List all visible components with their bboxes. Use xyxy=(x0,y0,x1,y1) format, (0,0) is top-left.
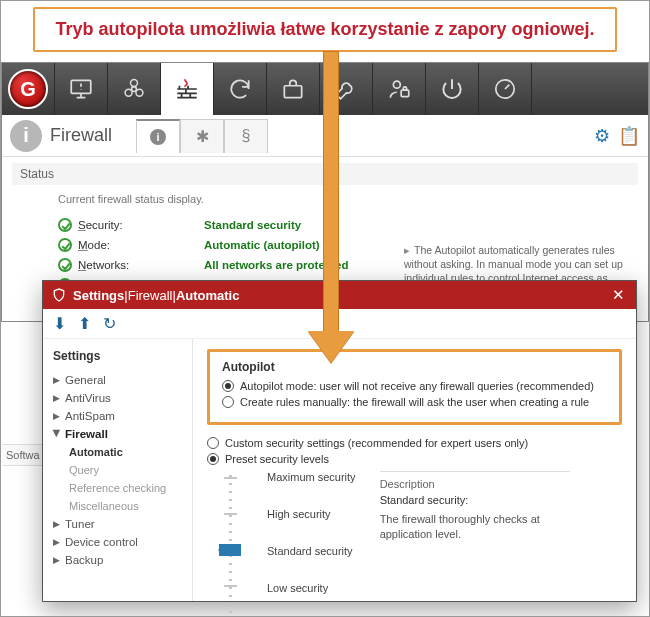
tree-item-query[interactable]: Query xyxy=(47,461,188,479)
description-body: The firewall thoroughly checks at applic… xyxy=(380,512,570,542)
status-label: Mode: xyxy=(78,239,198,251)
level-high: High security xyxy=(267,508,356,520)
tab-firewall[interactable] xyxy=(161,63,214,115)
autopilot-group: Autopilot Autopilot mode: user will not … xyxy=(207,349,622,425)
dialog-titlebar: Settings | Firewall | Automatic ✕ xyxy=(43,281,636,309)
radio-preset-levels[interactable]: Preset security levels xyxy=(207,453,622,465)
tree-item-antivirus[interactable]: ▶AntiVirus xyxy=(47,389,188,407)
title-seg-automatic: Automatic xyxy=(176,288,240,303)
level-description: Description Standard security: The firew… xyxy=(380,471,570,617)
radio-custom-security[interactable]: Custom security settings (recommended fo… xyxy=(207,437,622,449)
svg-rect-7 xyxy=(401,90,409,97)
subtab-info[interactable]: i xyxy=(136,119,180,153)
svg-point-4 xyxy=(136,89,143,96)
svg-rect-0 xyxy=(71,80,91,93)
page-title: Firewall xyxy=(50,125,112,146)
radio-icon xyxy=(207,437,219,449)
tree-item-backup[interactable]: ▶Backup xyxy=(47,551,188,569)
tab-parental[interactable] xyxy=(373,63,426,115)
level-labels: Maximum security High security Standard … xyxy=(267,471,356,617)
import-icon[interactable]: ⬇︎ xyxy=(53,314,66,333)
tab-autostart[interactable] xyxy=(426,63,479,115)
settings-dialog: Settings | Firewall | Automatic ✕ ⬇︎ ⬆︎ … xyxy=(42,280,637,602)
subtab-legal[interactable]: § xyxy=(224,119,268,153)
tree-item-tuner[interactable]: ▶Tuner xyxy=(47,515,188,533)
svg-point-1 xyxy=(132,87,137,92)
svg-point-3 xyxy=(125,89,132,96)
status-row-security: Security: Standard security xyxy=(58,215,638,235)
dialog-action-bar: ⬇︎ ⬆︎ ↻ xyxy=(43,309,636,339)
autopilot-heading: Autopilot xyxy=(222,360,607,374)
logo-button[interactable]: G xyxy=(2,63,55,115)
tree-item-firewall[interactable]: ▶Firewall xyxy=(47,425,188,443)
tree-item-general[interactable]: ▶General xyxy=(47,371,188,389)
check-icon xyxy=(58,258,72,272)
radio-icon xyxy=(207,453,219,465)
status-subtext: Current firewall status display. xyxy=(58,193,638,205)
level-max: Maximum security xyxy=(267,471,356,483)
tab-backup[interactable] xyxy=(214,63,267,115)
check-icon xyxy=(58,218,72,232)
check-icon xyxy=(58,238,72,252)
description-header: Description xyxy=(380,478,570,490)
tab-tuner[interactable] xyxy=(320,63,373,115)
subtab-rules[interactable]: ✱ xyxy=(180,119,224,153)
svg-rect-5 xyxy=(284,86,301,98)
firewall-icon xyxy=(174,76,200,102)
description-title: Standard security: xyxy=(380,494,570,506)
power-icon xyxy=(439,76,465,102)
title-seg-firewall: Firewall xyxy=(128,288,173,303)
radio-manual-rules[interactable]: Create rules manually: the firewall will… xyxy=(222,396,607,408)
annotation-banner: Tryb autopilota umożliwia łatwe korzysta… xyxy=(1,1,649,62)
refresh-icon xyxy=(227,76,253,102)
status-value[interactable]: Automatic (autopilot) xyxy=(204,239,320,251)
biohazard-icon xyxy=(121,76,147,102)
status-heading: Status xyxy=(12,163,638,185)
level-low: Low security xyxy=(267,582,356,594)
tab-encryption[interactable] xyxy=(267,63,320,115)
radio-autopilot-mode[interactable]: Autopilot mode: user will not receive an… xyxy=(222,380,607,392)
settings-tree-header: Settings xyxy=(53,349,188,363)
asterisk-icon: ✱ xyxy=(196,127,209,146)
tree-item-reference-checking[interactable]: Reference checking xyxy=(47,479,188,497)
monitor-warning-icon xyxy=(68,76,94,102)
status-label: Security: xyxy=(78,219,198,231)
security-levels-area: Maximum security High security Standard … xyxy=(219,471,622,617)
status-value[interactable]: All networks are protected xyxy=(204,259,348,271)
tab-overview[interactable] xyxy=(55,63,108,115)
level-standard: Standard security xyxy=(267,545,356,557)
truncated-tab-software[interactable]: Softwa xyxy=(2,444,47,466)
settings-gear-icon[interactable]: ⚙ xyxy=(594,125,610,147)
svg-point-2 xyxy=(131,80,138,87)
radio-icon xyxy=(222,396,234,408)
tab-device-control[interactable] xyxy=(479,63,532,115)
wrench-icon xyxy=(333,76,359,102)
settings-content: Autopilot Autopilot mode: user will not … xyxy=(193,339,636,601)
section-header: i Firewall i ✱ § ⚙ 📋 xyxy=(2,115,648,157)
tree-item-automatic[interactable]: Automatic xyxy=(47,443,188,461)
close-button[interactable]: ✕ xyxy=(608,285,628,305)
status-label: Networks: xyxy=(78,259,198,271)
shield-icon xyxy=(51,287,67,303)
settings-tree: Settings ▶General ▶AntiVirus ▶AntiSpam ▶… xyxy=(43,339,193,601)
security-slider[interactable] xyxy=(219,471,243,617)
slider-thumb-icon[interactable] xyxy=(219,544,241,556)
reset-icon[interactable]: ↻ xyxy=(103,314,116,333)
main-toolbar: G xyxy=(2,63,648,115)
info-circle-icon: i xyxy=(10,120,42,152)
tree-item-device-control[interactable]: ▶Device control xyxy=(47,533,188,551)
tree-item-miscellaneous[interactable]: Miscellaneous xyxy=(47,497,188,515)
section-subtabs: i ✱ § xyxy=(136,119,268,153)
export-icon[interactable]: ⬆︎ xyxy=(78,314,91,333)
gauge-icon xyxy=(492,76,518,102)
annotation-text: Tryb autopilota umożliwia łatwe korzysta… xyxy=(33,7,616,52)
radio-icon xyxy=(222,380,234,392)
tab-antivirus[interactable] xyxy=(108,63,161,115)
status-value[interactable]: Standard security xyxy=(204,219,301,231)
title-seg-settings: Settings xyxy=(73,288,124,303)
tree-item-antispam[interactable]: ▶AntiSpam xyxy=(47,407,188,425)
log-clipboard-icon[interactable]: 📋 xyxy=(618,125,640,147)
gdata-logo-icon: G xyxy=(8,69,48,109)
svg-point-6 xyxy=(393,81,400,88)
info-icon: i xyxy=(150,129,166,145)
